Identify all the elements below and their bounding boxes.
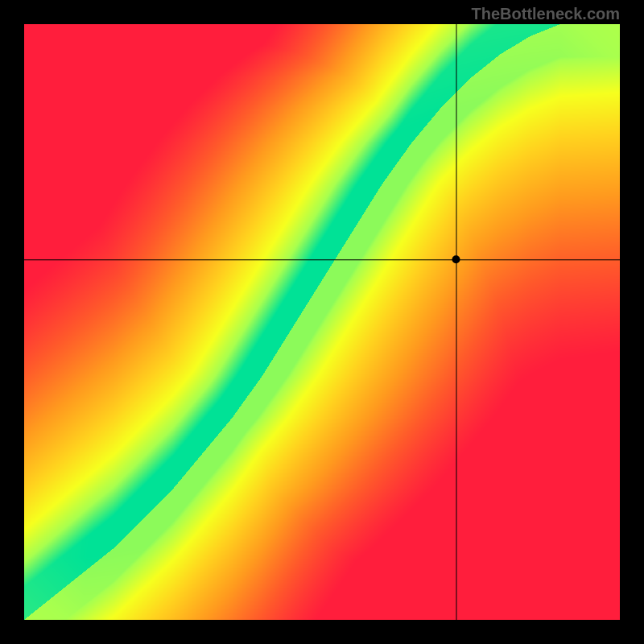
watermark-text: TheBottleneck.com xyxy=(472,5,620,23)
heatmap-canvas xyxy=(24,24,620,620)
outer-frame: TheBottleneck.com xyxy=(0,0,644,644)
chart-plot-area xyxy=(24,24,620,620)
